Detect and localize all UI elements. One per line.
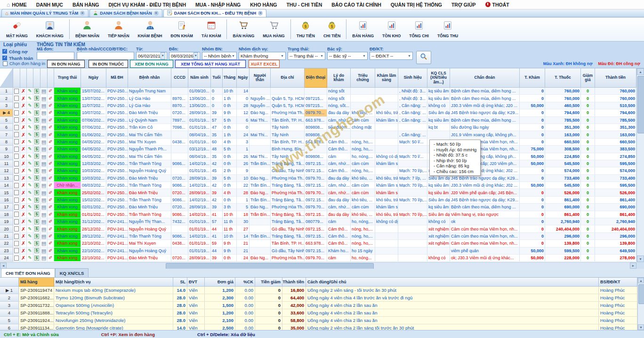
row-action-cell[interactable]: ✎ bbox=[27, 204, 33, 211]
detail-row[interactable]: 5SP-230911924...Novofungin 250mg (Metron… bbox=[0, 317, 637, 324]
copy-price-icon[interactable]: $ bbox=[34, 241, 39, 246]
pen-icon[interactable]: ✐ bbox=[48, 89, 52, 93]
print-icon[interactable]: ▤ bbox=[41, 212, 46, 217]
row-action-cell[interactable]: ✎ bbox=[27, 117, 33, 124]
row-action-cell[interactable]: ✗ bbox=[20, 95, 27, 102]
toolbar-tiep-nhan[interactable]: TIẾP NHẬN bbox=[104, 19, 134, 39]
print-icon[interactable]: ▤ bbox=[41, 147, 46, 151]
row-checkbox[interactable] bbox=[14, 132, 19, 137]
edit-icon[interactable]: ✎ bbox=[28, 147, 32, 151]
row-header[interactable]: 9 bbox=[0, 146, 13, 153]
edit-icon[interactable]: ✎ bbox=[28, 183, 32, 188]
row-action-cell[interactable]: ✗ bbox=[20, 131, 27, 138]
detail-row[interactable]: 4SP-230911888...Tetracylin 500mg (Tetrac… bbox=[0, 309, 637, 317]
row-action-cell[interactable]: ▤ bbox=[40, 247, 48, 255]
row-action-cell[interactable]: $ bbox=[33, 160, 40, 167]
detail-header-mat-hang-dich-vu[interactable]: Mặt hàng/Dịch vụ bbox=[54, 278, 173, 287]
column-header-trieu-chung[interactable]: Triệu chứng bbox=[351, 68, 375, 88]
toolbar-on-kham[interactable]: ĐƠN KHÁM bbox=[167, 19, 197, 39]
row-action-cell[interactable]: ▤ bbox=[40, 255, 48, 262]
row-action-cell[interactable]: ✐ bbox=[48, 233, 54, 240]
row-header[interactable]: 22 bbox=[0, 240, 13, 247]
row-action-cell[interactable]: ▤ bbox=[40, 109, 48, 116]
column-header-thang[interactable]: Tháng bbox=[223, 68, 237, 88]
row-action-cell[interactable]: ✐ bbox=[48, 240, 54, 247]
v-scroll-thumb[interactable] bbox=[637, 76, 644, 133]
table-row[interactable]: 13✗✎$▤✐Khám xong10/03/202...PDV-250...Đà… bbox=[0, 175, 636, 182]
print-icon[interactable]: ▤ bbox=[41, 176, 46, 181]
edit-icon[interactable]: ✎ bbox=[28, 227, 32, 231]
detail-header-bs-kt[interactable]: BS/ĐĐ/KT bbox=[599, 278, 637, 287]
menu-item-mua-nhap-hang[interactable]: MUA - NHẬP HÀNG bbox=[191, 2, 245, 8]
table-row[interactable]: 17✗✎$▤✐Khám xong02/01/202...PDV-250...Đà… bbox=[0, 204, 636, 211]
copy-price-icon[interactable]: $ bbox=[34, 154, 39, 159]
delete-icon[interactable]: ✗ bbox=[21, 190, 25, 195]
delete-icon[interactable]: ✗ bbox=[21, 212, 25, 217]
select-trang-thai[interactable]: -- Trạng thái --▼ bbox=[288, 52, 325, 60]
button-xem-tong-mat-hang-xuat[interactable]: XEM TỔNG MẶT HÀNG XUẤT bbox=[175, 60, 246, 68]
row-action-cell[interactable]: ✗ bbox=[20, 197, 27, 204]
edit-icon[interactable]: ✎ bbox=[28, 103, 32, 108]
row-action-cell[interactable]: ✗ bbox=[20, 139, 27, 146]
copy-price-icon[interactable]: $ bbox=[34, 212, 39, 217]
row-action-cell[interactable] bbox=[13, 233, 20, 240]
toolbar-khach-hang[interactable]: KHÁCH HÀNG bbox=[32, 19, 68, 39]
delete-icon[interactable]: ✗ bbox=[21, 205, 25, 209]
row-action-cell[interactable]: ✐ bbox=[48, 218, 54, 225]
row-action-cell[interactable]: ▤ bbox=[40, 189, 48, 196]
column-header-nguoi-than[interactable]: Người thân bbox=[250, 68, 271, 88]
delete-icon[interactable]: ✗ bbox=[21, 125, 25, 130]
row-header[interactable]: 3 bbox=[0, 102, 13, 109]
toolbar-thu-tien[interactable]: $THU TIỀN bbox=[292, 19, 319, 39]
pen-icon[interactable]: ✐ bbox=[48, 183, 52, 188]
edit-icon[interactable]: ✎ bbox=[28, 190, 32, 195]
copy-price-icon[interactable]: $ bbox=[34, 175, 39, 181]
table-row[interactable]: 6✗✎$▤✐Khám xong07/06/202...PDV-250...Trầ… bbox=[0, 124, 636, 131]
delete-icon[interactable]: ✗ bbox=[21, 168, 25, 173]
toolbar-tong-chi[interactable]: TỔNG CHI bbox=[405, 19, 433, 39]
menu-item-danh-muc[interactable]: DANH MỤC bbox=[32, 2, 68, 8]
row-action-cell[interactable]: ▤ bbox=[40, 175, 48, 182]
row-action-cell[interactable]: ▤ bbox=[40, 225, 48, 232]
row-header[interactable]: 14 bbox=[0, 182, 13, 189]
delete-icon[interactable]: ✗ bbox=[21, 147, 25, 151]
row-action-cell[interactable]: ✐ bbox=[48, 189, 54, 196]
row-action-cell[interactable]: ✗ bbox=[20, 211, 27, 218]
table-row[interactable]: 8✗✎$▤✐Khám xong04/05/202...PDV-250...Mai… bbox=[0, 139, 636, 146]
row-action-cell[interactable] bbox=[13, 167, 20, 174]
row-checkbox[interactable] bbox=[14, 154, 19, 159]
row-action-cell[interactable] bbox=[13, 146, 20, 153]
row-action-cell[interactable] bbox=[13, 88, 20, 95]
row-header[interactable]: ▶ 4 bbox=[0, 109, 13, 116]
edit-icon[interactable]: ✎ bbox=[28, 154, 32, 159]
table-row[interactable]: 18✗✎$▤✐Khám xong01/01/202...PDV-250...Tr… bbox=[0, 211, 636, 218]
delete-icon[interactable]: ✗ bbox=[21, 256, 25, 260]
row-action-cell[interactable]: ✐ bbox=[48, 109, 54, 116]
row-action-cell[interactable]: ✗ bbox=[20, 247, 27, 255]
row-action-cell[interactable]: $ bbox=[33, 131, 40, 138]
row-action-cell[interactable]: ✎ bbox=[27, 211, 33, 218]
toolbar-ban-hang[interactable]: BÁN HÀNG bbox=[228, 19, 258, 39]
row-action-cell[interactable]: ✗ bbox=[20, 204, 27, 211]
menu-item-quan-tri-he-thong[interactable]: QUẢN TRỊ HỆ THỐNG bbox=[386, 2, 447, 8]
edit-icon[interactable]: ✎ bbox=[28, 118, 32, 123]
row-checkbox[interactable] bbox=[14, 256, 19, 261]
menu-item-kho-hang[interactable]: KHO HÀNG bbox=[245, 2, 282, 8]
table-row[interactable]: 20✗✎$▤✐Khám xong28/12/202...PDV-241...Ng… bbox=[0, 225, 636, 232]
row-action-cell[interactable]: ✗ bbox=[20, 189, 27, 196]
row-action-cell[interactable]: ✐ bbox=[48, 95, 54, 102]
row-action-cell[interactable]: ✗ bbox=[20, 117, 27, 124]
scroll-right-icon[interactable]: ► bbox=[630, 263, 636, 269]
print-icon[interactable]: ▤ bbox=[41, 256, 46, 260]
row-action-cell[interactable]: ▤ bbox=[40, 117, 48, 124]
row-action-cell[interactable] bbox=[13, 95, 20, 102]
print-icon[interactable]: ▤ bbox=[41, 132, 46, 137]
table-row[interactable]: 14✗✎$▤✐Chờ nhận...08/03/202...PDV-250...… bbox=[0, 182, 636, 189]
scroll-up-icon[interactable]: ▲ bbox=[638, 278, 644, 283]
column-header-t-kham[interactable]: T. Khám bbox=[520, 68, 545, 88]
copy-price-icon[interactable]: $ bbox=[34, 117, 39, 123]
delete-icon[interactable]: ✗ bbox=[21, 140, 25, 144]
row-action-cell[interactable] bbox=[13, 218, 20, 225]
column-header-thanh-tien[interactable]: Thành tiền bbox=[595, 68, 636, 88]
table-row[interactable]: 19✗✎$▤✐Khám xong31/12/202...PDV-241...Ng… bbox=[0, 218, 636, 225]
